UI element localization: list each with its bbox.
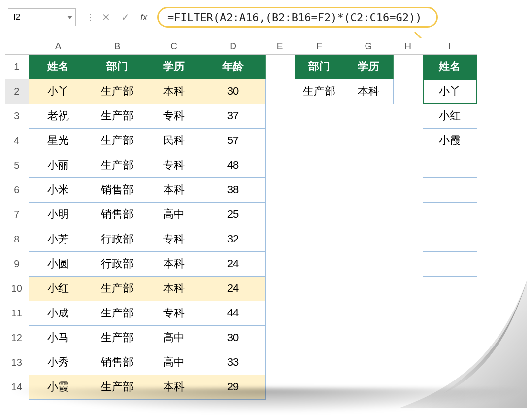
cell-A7[interactable]: 小明 [29,202,88,227]
cell-D12[interactable]: 30 [201,325,265,350]
row-header-8[interactable]: 8 [5,227,29,251]
cell-H12[interactable] [393,325,423,350]
cell-E13[interactable] [265,350,295,375]
cell-F7[interactable] [295,202,344,227]
cell-B10[interactable]: 生产部 [88,276,147,301]
cell-A14[interactable]: 小霞 [29,375,88,399]
crit-header-1[interactable]: 学历 [344,54,393,79]
cell-E3[interactable] [265,104,295,128]
res-header[interactable]: 姓名 [423,54,477,79]
cell-E8[interactable] [265,227,295,251]
cell-H9[interactable] [393,251,423,276]
cell-E4[interactable] [265,128,295,153]
cell-F11[interactable] [295,301,344,325]
row-header-13[interactable]: 13 [5,350,29,375]
cell-H5[interactable] [393,153,423,177]
cell-D13[interactable]: 33 [201,350,265,375]
cell-H8[interactable] [393,227,423,251]
cell-C13[interactable]: 高中 [147,350,201,375]
cell-I14[interactable] [423,375,477,399]
cell-A4[interactable]: 星光 [29,128,88,153]
cell-I4[interactable]: 小霞 [423,128,477,153]
cell-C11[interactable]: 专科 [147,301,201,325]
cell-B5[interactable]: 生产部 [88,153,147,177]
cell-F8[interactable] [295,227,344,251]
formula-input[interactable]: =FILTER(A2:A16,(B2:B16=F2)*(C2:C16=G2)) [157,7,438,28]
cell-G14[interactable] [344,375,393,399]
cell-E6[interactable] [265,177,295,202]
cell-D14[interactable]: 29 [201,375,265,399]
main-header-1[interactable]: 部门 [88,54,147,79]
row-header-10[interactable]: 10 [5,276,29,301]
cancel-icon[interactable]: ✕ [102,12,110,22]
cell-A9[interactable]: 小圆 [29,251,88,276]
cell-A8[interactable]: 小芳 [29,227,88,251]
cell-G12[interactable] [344,325,393,350]
cell-G11[interactable] [344,301,393,325]
cell-H14[interactable] [393,375,423,399]
cell-E2[interactable] [265,79,295,104]
cell-C3[interactable]: 专科 [147,104,201,128]
cell-E9[interactable] [265,251,295,276]
cell-F14[interactable] [295,375,344,399]
cell-I5[interactable] [423,153,477,177]
cell-B2[interactable]: 生产部 [88,79,147,104]
cell-I9[interactable] [423,251,477,276]
cell-B8[interactable]: 行政部 [88,227,147,251]
main-header-2[interactable]: 学历 [147,54,201,79]
cell-C4[interactable]: 民科 [147,128,201,153]
cell-B7[interactable]: 销售部 [88,202,147,227]
cell-G3[interactable] [344,104,393,128]
select-all-corner[interactable] [5,38,29,54]
cell-B12[interactable]: 生产部 [88,325,147,350]
cell-C14[interactable]: 本科 [147,375,201,399]
col-header-D[interactable]: D [201,38,265,54]
more-icon[interactable] [90,14,91,21]
cell-A2[interactable]: 小丫 [29,79,88,104]
cell-G9[interactable] [344,251,393,276]
row-header-14[interactable]: 14 [5,375,29,399]
cell-D10[interactable]: 24 [201,276,265,301]
cell-C7[interactable]: 高中 [147,202,201,227]
cell-D2[interactable]: 30 [201,79,265,104]
cell-F4[interactable] [295,128,344,153]
cell-G8[interactable] [344,227,393,251]
cell-H13[interactable] [393,350,423,375]
cell-B9[interactable]: 行政部 [88,251,147,276]
cell-H10[interactable] [393,276,423,301]
cell-A12[interactable]: 小马 [29,325,88,350]
cell-B4[interactable]: 生产部 [88,128,147,153]
cell-F12[interactable] [295,325,344,350]
cell-E1[interactable] [265,54,295,79]
cell-E10[interactable] [265,276,295,301]
cell-D9[interactable]: 24 [201,251,265,276]
row-header-7[interactable]: 7 [5,202,29,227]
cell-G13[interactable] [344,350,393,375]
col-header-I[interactable]: I [423,38,477,54]
cell-I7[interactable] [423,202,477,227]
cell-C9[interactable]: 本科 [147,251,201,276]
cell-G2[interactable]: 本科 [344,79,393,104]
cell-C5[interactable]: 专科 [147,153,201,177]
cell-I10[interactable] [423,276,477,301]
cell-H2[interactable] [393,79,423,104]
cell-C6[interactable]: 本科 [147,177,201,202]
worksheet-grid[interactable]: ABCDEFGHI1姓名部门学历年龄部门学历姓名2小丫生产部本科30生产部本科小… [5,38,527,400]
enter-icon[interactable]: ✓ [121,12,130,22]
cell-D11[interactable]: 44 [201,301,265,325]
cell-G6[interactable] [344,177,393,202]
cell-G10[interactable] [344,276,393,301]
cell-D5[interactable]: 48 [201,153,265,177]
cell-I13[interactable] [423,350,477,375]
cell-I2[interactable]: 小丫 [423,79,477,104]
cell-A5[interactable]: 小丽 [29,153,88,177]
cell-C8[interactable]: 专科 [147,227,201,251]
cell-I3[interactable]: 小红 [423,104,477,128]
cell-D7[interactable]: 25 [201,202,265,227]
cell-F6[interactable] [295,177,344,202]
cell-A13[interactable]: 小秀 [29,350,88,375]
cell-D3[interactable]: 37 [201,104,265,128]
cell-B3[interactable]: 生产部 [88,104,147,128]
cell-B6[interactable]: 销售部 [88,177,147,202]
cell-E11[interactable] [265,301,295,325]
